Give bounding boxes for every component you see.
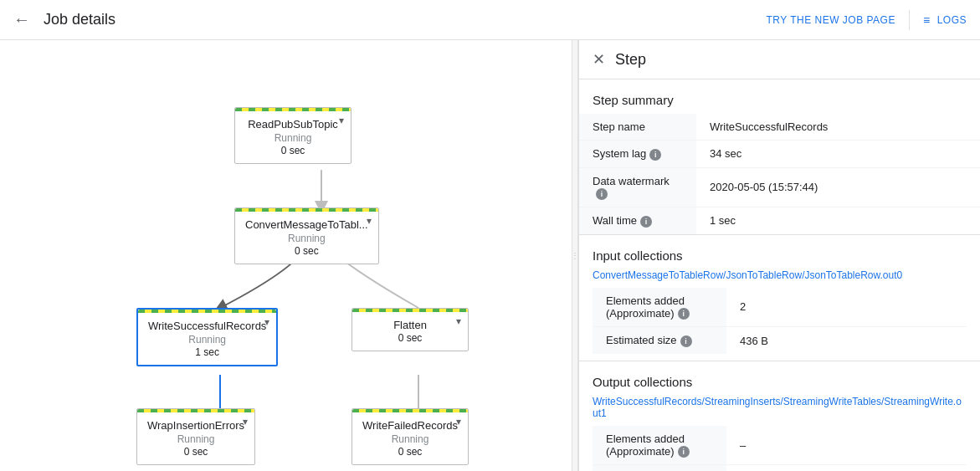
main-content: ▾ ReadPubSubTopic Running 0 sec ▾ Conver… [0,40,980,471]
node-time: 0 sec [245,145,341,156]
summary-label: Data watermarki [579,167,696,207]
dag-node-writefailed[interactable]: ▾ WriteFailedRecords Running 0 sec [351,408,469,465]
info-icon[interactable]: i [678,446,690,458]
app-header: ← Job details TRY THE NEW JOB PAGE ≡ LOG… [0,0,980,40]
node-status: Running [362,433,458,445]
output-collections-title: Output collections [579,361,980,396]
node-status: Running [147,433,244,445]
drag-handle[interactable]: ⋮ [572,40,578,471]
stripe-top [235,208,378,212]
node-name: WriteFailedRecords [362,419,458,432]
dag-panel: ▾ ReadPubSubTopic Running 0 sec ▾ Conver… [0,40,572,471]
stripe-top [352,309,468,312]
dag-node-wrap[interactable]: ▾ WrapInsertionErrors Running 0 sec [136,408,255,465]
input-collection-link[interactable]: ConvertMessageToTableRow/JsonToTableRow/… [593,269,967,281]
output-col-value: – [726,426,967,465]
input-collections-title: Input collections [579,235,980,269]
dag-node-convert[interactable]: ▾ ConvertMessageToTabl... Running 0 sec [234,207,379,264]
input-collection-row: Elements added(Approximate)i 2 [593,288,967,327]
step-panel-title: Step [615,51,646,69]
new-job-link[interactable]: TRY THE NEW JOB PAGE [766,14,895,26]
summary-row: Data watermarki 2020-05-05 (15:57:44) [579,167,980,207]
output-col-value: – [726,465,967,471]
node-time: 0 sec [245,245,368,257]
summary-value: 2020-05-05 (15:57:44) [696,167,980,207]
chevron-icon: ▾ [339,115,344,126]
close-button[interactable]: ✕ [593,50,605,69]
input-collection-table: Elements added(Approximate)i 2 Estimated… [593,288,967,354]
input-col-value: 2 [726,288,967,327]
page-title: Job details [44,11,752,28]
node-time: 1 sec [148,346,266,358]
summary-value: WriteSuccessfulRecords [696,114,980,141]
back-button[interactable]: ← [13,10,30,29]
stripe-top [138,310,276,313]
logs-icon: ≡ [923,13,931,27]
dag-node-flatten[interactable]: ▾ Flatten 0 sec [351,308,469,351]
summary-value: 34 sec [696,141,980,168]
summary-section-title: Step summary [579,79,980,114]
input-collection-section: ConvertMessageToTableRow/JsonToTableRow/… [579,269,980,361]
summary-label: Step name [579,114,696,141]
info-icon[interactable]: i [678,308,690,320]
node-name: WrapInsertionErrors [147,419,244,432]
dag-canvas: ▾ ReadPubSubTopic Running 0 sec ▾ Conver… [0,40,572,471]
chevron-icon: ▾ [264,316,269,328]
node-time: 0 sec [362,446,458,458]
output-collection-section: WriteSuccessfulRecords/StreamingInserts/… [579,396,980,471]
summary-row: Wall timei 1 sec [579,207,980,234]
logs-button[interactable]: ≡ LOGS [923,13,967,27]
chevron-icon: ▾ [456,416,461,427]
input-col-value: 436 B [726,327,967,354]
output-col-label: Estimated sizei [593,465,726,471]
chevron-icon: ▾ [456,315,461,327]
node-status: Running [245,132,341,144]
step-panel: ✕ Step Step summary Step name WriteSucce… [578,40,980,471]
info-icon[interactable]: i [596,188,608,200]
node-name: ReadPubSubTopic [245,118,341,131]
step-panel-header: ✕ Step [579,40,980,79]
summary-label: Wall timei [579,207,696,234]
stripe-top [352,409,468,412]
node-name: WriteSuccessfulRecords [148,320,266,332]
input-col-label: Estimated sizei [593,327,726,354]
output-col-label: Elements added(Approximate)i [593,426,726,465]
node-status: Running [148,334,266,346]
summary-table: Step name WriteSuccessfulRecords System … [579,114,980,234]
dag-node-read[interactable]: ▾ ReadPubSubTopic Running 0 sec [234,107,351,164]
input-col-label: Elements added(Approximate)i [593,288,726,327]
stripe-top [137,409,254,412]
summary-value: 1 sec [696,207,980,234]
output-collection-link[interactable]: WriteSuccessfulRecords/StreamingInserts/… [593,396,967,419]
info-icon[interactable]: i [680,335,692,347]
node-time: 0 sec [362,332,458,344]
header-divider [909,10,910,30]
input-collection-row: Estimated sizei 436 B [593,327,967,354]
chevron-icon: ▾ [367,215,372,227]
stripe-top [235,108,351,111]
info-icon[interactable]: i [649,149,661,161]
node-time: 0 sec [147,446,244,458]
node-name: ConvertMessageToTabl... [245,218,368,231]
dag-node-write[interactable]: ▾ WriteSuccessfulRecords Running 1 sec [136,308,278,366]
logs-label: LOGS [937,14,967,26]
info-icon[interactable]: i [640,216,652,228]
summary-row: Step name WriteSuccessfulRecords [579,114,980,141]
output-collection-row: Estimated sizei – [593,465,967,471]
output-collection-table: Elements added(Approximate)i – Estimated… [593,426,967,471]
summary-label: System lagi [579,141,696,168]
chevron-icon: ▾ [243,416,248,427]
summary-row: System lagi 34 sec [579,141,980,168]
node-status: Running [245,233,368,244]
output-collection-row: Elements added(Approximate)i – [593,426,967,465]
node-name: Flatten [362,319,458,331]
